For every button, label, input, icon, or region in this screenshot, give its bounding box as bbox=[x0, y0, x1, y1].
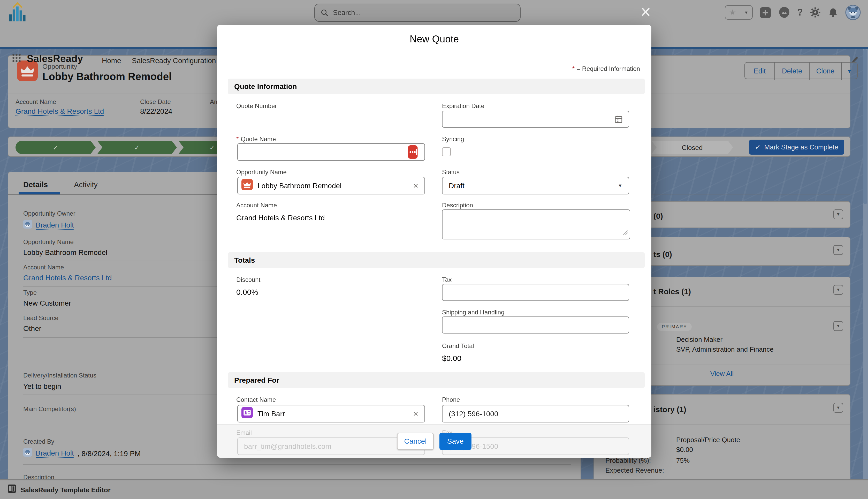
save-button[interactable]: Save bbox=[439, 433, 471, 450]
notifications-bell-icon[interactable] bbox=[828, 7, 839, 18]
field-label: Account Name bbox=[23, 264, 64, 271]
stage-history-menu-icon[interactable]: ▼ bbox=[833, 403, 843, 413]
remove-opportunity-icon[interactable]: × bbox=[413, 181, 418, 190]
nav-tab-salesready-configuration[interactable]: SalesReady Configuration bbox=[132, 56, 216, 65]
password-manager-fill-icon[interactable] bbox=[408, 145, 418, 161]
tax-input[interactable] bbox=[442, 284, 629, 301]
opportunity-lookup-pill[interactable]: Lobby Bathroom Remodel × bbox=[237, 177, 425, 194]
textarea-resize-handle[interactable] bbox=[623, 228, 628, 238]
app-name: SalesReady bbox=[27, 53, 83, 65]
edit-nav-pencil-icon[interactable] bbox=[851, 55, 859, 66]
contact-name-label: Contact Name bbox=[236, 396, 276, 403]
syncing-checkbox[interactable] bbox=[442, 147, 451, 156]
remove-contact-icon[interactable]: × bbox=[413, 409, 418, 418]
expiration-date-label: Expiration Date bbox=[442, 102, 484, 110]
scrollbar-thumb[interactable] bbox=[863, 49, 867, 204]
global-search[interactable] bbox=[314, 4, 521, 22]
add-icon[interactable] bbox=[759, 7, 771, 19]
phone-label: Phone bbox=[442, 396, 460, 403]
app-launcher-waffle-icon[interactable] bbox=[12, 53, 21, 65]
opportunity-pill-text: Lobby Bathroom Remodel bbox=[258, 182, 408, 190]
path-stage-complete-1[interactable]: ✓ bbox=[15, 141, 96, 154]
company-logo-icon[interactable] bbox=[7, 2, 28, 25]
created-by-link[interactable]: Braden Holt bbox=[36, 449, 74, 458]
mark-stage-complete-button[interactable]: ✓ Mark Stage as Complete bbox=[749, 139, 844, 155]
tab-activity[interactable]: Activity bbox=[74, 181, 98, 189]
related-card-2-title: ts (0) bbox=[654, 250, 672, 258]
user-avatar[interactable] bbox=[845, 5, 861, 20]
opportunity-name-label: Opportunity Name bbox=[236, 169, 287, 176]
help-icon[interactable]: ? bbox=[797, 7, 803, 18]
phone-input[interactable] bbox=[442, 405, 629, 423]
contact-role-row-menu-icon[interactable]: ▼ bbox=[833, 321, 843, 331]
contact-lookup-pill[interactable]: Tim Barr × bbox=[237, 405, 425, 423]
expected-revenue-label: Expected Revenue: bbox=[605, 466, 664, 474]
calendar-icon[interactable] bbox=[614, 115, 623, 126]
account-name-label: Account Name bbox=[236, 202, 277, 209]
account-name-detail-link[interactable]: Grand Hotels & Resorts Ltd bbox=[23, 273, 112, 282]
close-date-value: 8/22/2024 bbox=[140, 107, 172, 115]
status-label: Status bbox=[442, 169, 460, 176]
status-select[interactable]: Draft ▼ bbox=[442, 177, 629, 194]
page-scrollbar[interactable] bbox=[863, 49, 868, 499]
favorites-control[interactable]: ★ ▼ bbox=[725, 5, 753, 20]
required-info-note: *= Required Information bbox=[572, 65, 640, 72]
status-selected-value: Draft bbox=[449, 182, 464, 190]
utility-bar-item-template-editor[interactable]: SalesReady Template Editor bbox=[21, 486, 111, 494]
tax-label: Tax bbox=[442, 276, 451, 283]
nav-tab-home[interactable]: Home bbox=[102, 56, 121, 65]
stage-history-amount-value: $0.00 bbox=[676, 446, 693, 453]
cancel-button[interactable]: Cancel bbox=[397, 433, 434, 450]
check-icon: ✓ bbox=[53, 144, 59, 151]
related-card-1-title: (0) bbox=[654, 211, 663, 220]
shipping-input[interactable] bbox=[442, 316, 629, 333]
setup-gear-icon[interactable] bbox=[809, 7, 821, 18]
field-label: Main Competitor(s) bbox=[23, 405, 76, 413]
opportunity-owner-link[interactable]: Braden Holt bbox=[36, 221, 74, 230]
check-icon: ✓ bbox=[209, 144, 215, 151]
search-input[interactable] bbox=[333, 9, 504, 16]
modal-close-icon[interactable] bbox=[641, 7, 650, 16]
trailhead-icon[interactable] bbox=[778, 6, 791, 19]
contact-roles-title: t Roles (1) bbox=[654, 287, 691, 296]
grand-total-label: Grand Total bbox=[442, 342, 474, 350]
account-name-link[interactable]: Grand Hotels & Resorts Ltd bbox=[15, 107, 104, 116]
section-totals: Totals bbox=[228, 252, 645, 268]
clone-button[interactable]: Clone bbox=[809, 63, 841, 80]
field-label: Created By bbox=[23, 438, 54, 445]
contact-pill-text: Tim Barr bbox=[258, 410, 408, 418]
related-card-2-menu-icon[interactable]: ▼ bbox=[833, 245, 843, 255]
active-tab-underline bbox=[18, 192, 60, 194]
path-stage-complete-2[interactable]: ✓ bbox=[97, 141, 177, 154]
edit-button[interactable]: Edit bbox=[745, 63, 774, 80]
description-textarea[interactable] bbox=[442, 209, 630, 240]
grand-total-value: $0.00 bbox=[442, 354, 461, 363]
syncing-label: Syncing bbox=[442, 135, 464, 143]
contact-title-value: SVP, Administration and Finance bbox=[676, 345, 774, 353]
contact-roles-menu-icon[interactable]: ▼ bbox=[833, 285, 843, 295]
opportunity-crown-icon bbox=[241, 179, 253, 192]
favorite-star-icon[interactable]: ★ bbox=[725, 6, 740, 19]
related-card-1-menu-icon[interactable]: ▼ bbox=[833, 209, 843, 219]
stage-history-title: istory (1) bbox=[654, 405, 686, 414]
quote-name-label: *Quote Name bbox=[236, 135, 276, 143]
path-stage-closed[interactable]: Closed bbox=[652, 141, 733, 154]
highlight-field-label: Close Date bbox=[140, 98, 171, 106]
field-label: Lead Source bbox=[23, 314, 59, 321]
created-by-avatar bbox=[23, 448, 32, 459]
search-icon bbox=[321, 9, 329, 17]
owner-avatar bbox=[23, 220, 32, 231]
field-label: Type bbox=[23, 289, 37, 296]
screen: ★ ▼ ? bbox=[0, 0, 868, 499]
quote-name-input[interactable] bbox=[237, 143, 425, 161]
opportunity-name-value: Lobby Bathroom Remodel bbox=[23, 248, 107, 256]
expiration-date-input[interactable] bbox=[442, 111, 629, 128]
tab-details[interactable]: Details bbox=[23, 181, 48, 189]
favorites-dropdown-icon[interactable]: ▼ bbox=[740, 6, 752, 19]
account-name-value: Grand Hotels & Resorts Ltd bbox=[236, 214, 325, 222]
new-quote-modal: New Quote *= Required Information Quote … bbox=[217, 25, 652, 458]
type-value: New Customer bbox=[23, 299, 71, 307]
record-action-group: Edit Delete Clone ▼ bbox=[744, 62, 858, 79]
delete-button[interactable]: Delete bbox=[774, 63, 809, 80]
contact-card-icon bbox=[241, 407, 253, 421]
